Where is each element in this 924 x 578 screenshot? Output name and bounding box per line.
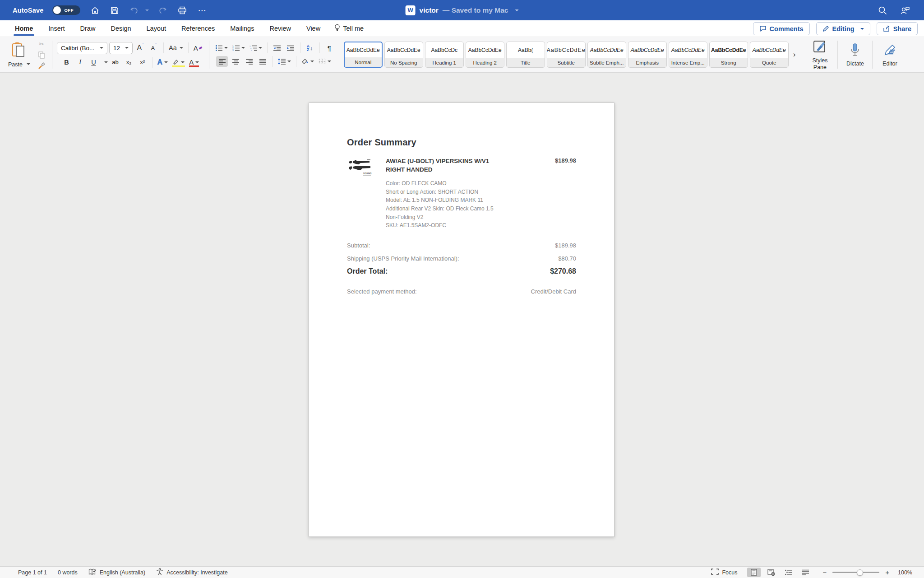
shipping-row: Shipping (USPS Priority Mail Internation… <box>347 252 576 265</box>
align-center-button[interactable] <box>230 56 241 67</box>
spellcheck-status[interactable]: English (Australia) <box>88 569 145 577</box>
zoom-out-button[interactable]: − <box>820 569 829 576</box>
font-color-button[interactable]: A <box>188 57 200 68</box>
italic-button[interactable]: I <box>74 57 86 68</box>
redo-icon[interactable] <box>157 5 168 16</box>
bullet-list-button[interactable] <box>214 42 229 53</box>
editing-button[interactable]: Editing <box>816 22 870 35</box>
draft-view-button[interactable] <box>799 568 812 577</box>
tab-view[interactable]: View <box>299 20 328 37</box>
tab-references[interactable]: References <box>174 20 222 37</box>
web-layout-view-button[interactable] <box>764 568 778 577</box>
superscript-button[interactable]: x² <box>137 57 148 68</box>
grow-font-button[interactable]: Aˆ <box>134 42 146 53</box>
bold-button[interactable]: B <box>61 57 73 68</box>
strikethrough-button[interactable]: ab <box>110 57 121 68</box>
style-subtle-emphasis[interactable]: AaBbCcDdEe Subtle Emph... <box>587 42 626 68</box>
justify-button[interactable] <box>257 56 268 67</box>
change-case-button[interactable]: Aa <box>167 42 185 53</box>
tab-mailings[interactable]: Mailings <box>222 20 262 37</box>
print-layout-view-button[interactable] <box>747 568 761 577</box>
font-name-select[interactable]: Calibri (Bo... <box>57 42 107 54</box>
style-subtitle[interactable]: AaBbCcDdEe Subtitle <box>547 42 586 68</box>
tab-review[interactable]: Review <box>262 20 299 37</box>
cut-icon[interactable]: ✂ <box>36 39 47 48</box>
zoom-slider-track[interactable] <box>832 572 879 573</box>
tab-draw[interactable]: Draw <box>73 20 103 37</box>
highlight-button[interactable] <box>171 57 186 68</box>
more-commands-icon[interactable]: ⋯ <box>197 5 208 16</box>
comments-button[interactable]: Comments <box>753 22 810 35</box>
account-icon[interactable] <box>900 5 910 16</box>
search-icon[interactable] <box>877 5 888 16</box>
style-heading-2[interactable]: AaBbCcDdEe Heading 2 <box>466 42 504 68</box>
tab-insert[interactable]: Insert <box>41 20 72 37</box>
svg-text:3: 3 <box>232 49 234 51</box>
font-size-select[interactable]: 12 <box>109 42 133 54</box>
zoom-percentage[interactable]: 100% <box>892 569 912 576</box>
copy-icon[interactable] <box>36 50 47 59</box>
shipping-value: $80.70 <box>558 252 576 265</box>
line-spacing-button[interactable] <box>276 56 292 67</box>
clear-formatting-button[interactable]: A <box>192 42 204 53</box>
subscript-button[interactable]: x₂ <box>123 57 135 68</box>
decrease-indent-button[interactable] <box>271 42 283 53</box>
subtotal-value: $189.98 <box>555 239 576 252</box>
language-label: English (Australia) <box>100 569 145 576</box>
increase-indent-button[interactable] <box>285 42 296 53</box>
detail-rear-skin: Additional Rear V2 Skin: OD Fleck Camo 1… <box>386 205 576 213</box>
undo-dropdown-icon[interactable] <box>143 5 148 16</box>
tab-home[interactable]: Home <box>7 20 41 37</box>
zoom-slider-thumb[interactable] <box>857 569 863 576</box>
style-normal[interactable]: AaBbCcDdEe Normal <box>344 42 383 68</box>
style-quote[interactable]: AaBbCcDdEe Quote <box>750 42 789 68</box>
style-strong[interactable]: AaBbCcDdEe Strong <box>709 42 748 68</box>
shrink-font-button[interactable]: Aˇ <box>148 42 160 53</box>
numbered-list-button[interactable]: 123 <box>231 42 246 53</box>
document-save-status: — Saved to my Mac <box>443 6 508 14</box>
paste-dropdown-icon[interactable] <box>27 63 30 65</box>
document-page[interactable]: Order Summary V-SKINS AW/AE (U-BOLT) VIP <box>309 103 614 537</box>
text-effects-button[interactable]: A <box>156 57 170 68</box>
document-canvas[interactable]: Order Summary V-SKINS AW/AE (U-BOLT) VIP <box>0 73 924 566</box>
paste-button[interactable]: Paste <box>5 40 34 69</box>
style-title[interactable]: AaBb( Title <box>506 42 545 68</box>
zoom-slider[interactable] <box>832 572 879 573</box>
style-heading-1[interactable]: AaBbCcDc Heading 1 <box>425 42 464 68</box>
underline-button[interactable]: U <box>88 57 100 68</box>
outline-view-button[interactable] <box>781 568 795 577</box>
underline-dropdown-icon[interactable] <box>104 61 108 63</box>
style-no-spacing[interactable]: AaBbCcDdEe No Spacing <box>384 42 423 68</box>
more-styles-button[interactable]: › <box>790 50 799 59</box>
styles-pane-button[interactable]: Styles Pane <box>805 38 835 71</box>
order-total-label: Order Total: <box>347 267 388 275</box>
align-left-button[interactable] <box>216 56 228 67</box>
title-dropdown-icon[interactable] <box>515 9 518 11</box>
format-painter-icon[interactable] <box>36 61 47 70</box>
home-icon[interactable] <box>89 5 100 16</box>
align-right-button[interactable] <box>243 56 255 67</box>
undo-icon[interactable] <box>129 5 140 16</box>
save-icon[interactable] <box>109 5 120 16</box>
accessibility-status[interactable]: Accessibility: Investigate <box>156 568 227 577</box>
style-emphasis[interactable]: AaBbCcDdEe Emphasis <box>628 42 667 68</box>
zoom-in-button[interactable]: + <box>883 569 892 576</box>
focus-mode-button[interactable]: Focus <box>711 569 737 576</box>
sort-button[interactable]: AZ ↓ <box>304 42 316 53</box>
tab-design[interactable]: Design <box>103 20 139 37</box>
share-button[interactable]: Share <box>877 22 918 35</box>
print-icon[interactable] <box>177 5 188 16</box>
autosave-toggle[interactable]: OFF <box>52 5 80 15</box>
tell-me-button[interactable]: Tell me <box>328 20 370 37</box>
style-intense-emphasis[interactable]: AaBbCcDdEe Intense Emp... <box>669 42 707 68</box>
borders-button[interactable] <box>317 56 333 67</box>
shading-button[interactable] <box>300 56 315 67</box>
page-count[interactable]: Page 1 of 1 <box>18 569 47 576</box>
editor-button[interactable]: Editor <box>875 41 904 68</box>
dictate-button[interactable]: Dictate <box>841 41 869 68</box>
multilevel-list-button[interactable]: 1ai <box>248 42 263 53</box>
word-count[interactable]: 0 words <box>58 569 78 576</box>
document-title-group[interactable]: W victor — Saved to my Mac <box>406 0 519 20</box>
show-paragraph-marks-button[interactable]: ¶ <box>323 42 335 53</box>
tab-layout[interactable]: Layout <box>139 20 174 37</box>
